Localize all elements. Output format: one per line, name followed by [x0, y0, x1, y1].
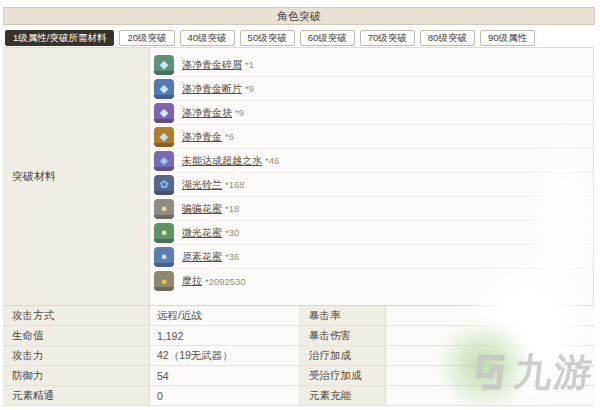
material-link[interactable]: 骗骗花蜜 — [182, 202, 222, 216]
material-link[interactable]: 摩拉 — [182, 274, 202, 288]
page-title: 角色突破 — [277, 9, 321, 24]
level-tabs: 1级属性/突破所需材料 20级突破 40级突破 50级突破 60级突破 70级突… — [5, 30, 595, 46]
water-glyph: ◈ — [160, 155, 168, 166]
material-row-nectar-1: ● 骗骗花蜜 *18 — [150, 197, 593, 221]
stat-value-2 — [386, 366, 594, 385]
material-count: *9 — [235, 107, 244, 118]
material-count: *1 — [245, 59, 254, 70]
stat-label: 防御力 — [3, 366, 150, 385]
gem-glyph: ◆ — [160, 131, 168, 142]
nectar-glyph: ● — [161, 251, 168, 262]
stat-value: 1,192 — [150, 326, 300, 345]
tab-lv70[interactable]: 70级突破 — [360, 30, 415, 46]
stat-row-atk: 攻击力 42（19无武器） 治疗加成 — [3, 346, 594, 366]
material-link[interactable]: 涤净青金断片 — [182, 82, 242, 96]
material-link[interactable]: 涤净青金 — [182, 130, 222, 144]
stat-row-attack-mode: 攻击方式 远程/近战 暴击率 — [3, 306, 594, 326]
stat-label-2: 元素充能 — [300, 386, 386, 405]
boss-water-icon[interactable]: ◈ — [154, 151, 174, 171]
nectar-icon[interactable]: ● — [154, 199, 174, 219]
material-count: *9 — [245, 83, 254, 94]
tab-lv80[interactable]: 80级突破 — [420, 30, 475, 46]
material-row-boss-water: ◈ 未能达成超越之水 *46 — [150, 149, 593, 173]
material-row-gem-sliver: ◆ 涤净青金碎屑 *1 — [150, 53, 593, 77]
coin-glyph: ● — [161, 276, 168, 287]
materials-list: ◆ 涤净青金碎屑 *1 ◆ 涤净青金断片 *9 ◆ 涤净青金块 *9 — [150, 48, 593, 305]
stat-value: 0 — [150, 386, 300, 405]
flower-glyph: ✿ — [159, 179, 168, 190]
material-link[interactable]: 原素花蜜 — [182, 250, 222, 264]
gem-glyph: ◆ — [160, 107, 168, 118]
stat-label-2: 暴击伤害 — [300, 326, 386, 345]
stat-value: 远程/近战 — [150, 306, 300, 325]
stat-row-em: 元素精通 0 元素充能 — [3, 386, 594, 406]
stat-value-2 — [386, 346, 594, 365]
stat-label: 元素精通 — [3, 386, 150, 405]
page-title-bar: 角色突破 — [3, 7, 595, 25]
stat-value-2 — [386, 326, 594, 345]
tab-lv50[interactable]: 50级突破 — [240, 30, 295, 46]
stat-label-2: 受治疗加成 — [300, 366, 386, 385]
material-link[interactable]: 微光花蜜 — [182, 226, 222, 240]
tab-lv40[interactable]: 40级突破 — [180, 30, 235, 46]
material-row-lakelight-lily: ✿ 湖光铃兰 *168 — [150, 173, 593, 197]
material-link[interactable]: 未能达成超越之水 — [182, 154, 262, 168]
tab-lv60[interactable]: 60级突破 — [300, 30, 355, 46]
lily-flower-icon[interactable]: ✿ — [154, 175, 174, 195]
stat-value: 42（19无武器） — [150, 346, 300, 365]
material-link[interactable]: 涤净青金碎屑 — [182, 58, 242, 72]
material-row-gemstone: ◆ 涤净青金 *6 — [150, 125, 593, 149]
nectar-icon[interactable]: ● — [154, 247, 174, 267]
gem-sliver-icon[interactable]: ◆ — [154, 55, 174, 75]
material-link[interactable]: 湖光铃兰 — [182, 178, 222, 192]
material-row-gem-chunk: ◆ 涤净青金块 *9 — [150, 101, 593, 125]
stat-value-2 — [386, 386, 594, 405]
tab-lv20[interactable]: 20级突破 — [119, 30, 174, 46]
gem-glyph: ◆ — [160, 83, 168, 94]
nectar-icon[interactable]: ● — [154, 223, 174, 243]
base-stats-table: 攻击方式 远程/近战 暴击率 生命值 1,192 暴击伤害 攻击力 42（19无… — [3, 306, 594, 406]
material-row-nectar-3: ● 原素花蜜 *36 — [150, 245, 593, 269]
stat-row-def: 防御力 54 受治疗加成 — [3, 366, 594, 386]
materials-row-label: 突破材料 — [3, 48, 150, 305]
stat-label: 攻击方式 — [3, 306, 150, 325]
gemstone-icon[interactable]: ◆ — [154, 127, 174, 147]
material-count: *6 — [225, 131, 234, 142]
materials-label-text: 突破材料 — [12, 169, 56, 184]
mora-coin-icon[interactable]: ● — [154, 271, 174, 291]
stat-label: 生命值 — [3, 326, 150, 345]
material-row-nectar-2: ● 微光花蜜 *30 — [150, 221, 593, 245]
material-count: *168 — [225, 179, 245, 190]
material-link[interactable]: 涤净青金块 — [182, 106, 232, 120]
material-row-gem-fragment: ◆ 涤净青金断片 *9 — [150, 77, 593, 101]
character-breakthrough-page: 角色突破 1级属性/突破所需材料 20级突破 40级突破 50级突破 60级突破… — [0, 0, 600, 410]
stat-value-2 — [386, 306, 594, 325]
ascension-materials-table: 突破材料 ◆ 涤净青金碎屑 *1 ◆ 涤净青金断片 *9 ◆ — [3, 47, 594, 306]
stat-label: 攻击力 — [3, 346, 150, 365]
stat-value: 54 — [150, 366, 300, 385]
material-row-mora: ● 摩拉 *2092530 — [150, 269, 593, 293]
material-count: *36 — [225, 251, 239, 262]
material-count: *2092530 — [205, 276, 246, 287]
gem-fragment-icon[interactable]: ◆ — [154, 79, 174, 99]
stat-label-2: 暴击率 — [300, 306, 386, 325]
gem-chunk-icon[interactable]: ◆ — [154, 103, 174, 123]
material-count: *46 — [265, 155, 279, 166]
tab-lv1-attributes[interactable]: 1级属性/突破所需材料 — [5, 30, 114, 46]
stat-row-hp: 生命值 1,192 暴击伤害 — [3, 326, 594, 346]
tab-lv90[interactable]: 90级属性 — [480, 30, 535, 46]
nectar-glyph: ● — [161, 227, 168, 238]
nectar-glyph: ● — [161, 203, 168, 214]
material-count: *30 — [225, 227, 239, 238]
gem-glyph: ◆ — [160, 59, 168, 70]
stat-label-2: 治疗加成 — [300, 346, 386, 365]
material-count: *18 — [225, 203, 239, 214]
